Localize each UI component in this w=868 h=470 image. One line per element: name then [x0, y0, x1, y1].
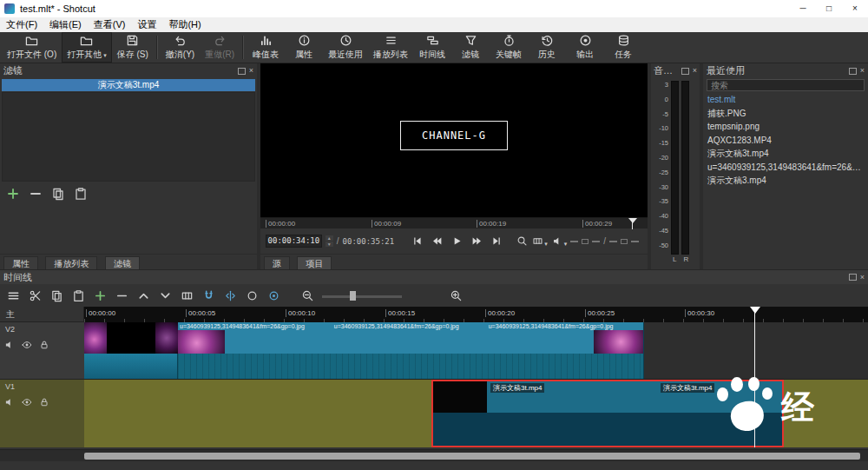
filters-list[interactable]	[2, 92, 255, 182]
snap-toggle-button[interactable]	[201, 288, 216, 303]
overwrite-button[interactable]	[158, 288, 173, 303]
float-panel-icon[interactable]	[681, 68, 689, 75]
close-panel-icon[interactable]: ×	[860, 67, 865, 75]
menu-settings[interactable]: 设置	[131, 17, 162, 32]
close-panel-icon[interactable]: ×	[860, 274, 865, 281]
clip-thumbnail-strip	[84, 322, 177, 354]
track-v2[interactable]: u=3460939125,3149483641&fm=26&gp=0.jpgu=…	[84, 322, 868, 380]
timeline-playhead[interactable]	[754, 307, 755, 447]
recent-item[interactable]: u=3460939125,3149483641&fm=26&gp…	[703, 161, 868, 175]
menu-view[interactable]: 查看(V)	[88, 17, 132, 32]
menu-file[interactable]: 文件(F)	[0, 17, 43, 32]
player-playhead-marker[interactable]	[628, 218, 637, 223]
timeline-menu-button[interactable]	[6, 288, 21, 303]
keyframes-icon	[503, 34, 516, 47]
ripple-button[interactable]	[245, 288, 260, 303]
recent-item[interactable]: 捕获.PNG	[703, 107, 868, 121]
ripple-all-tracks-button[interactable]	[266, 288, 281, 303]
timeline-playhead-marker[interactable]	[750, 307, 760, 314]
recent-item[interactable]: 演示文稿3.mp4	[703, 174, 868, 188]
recent-item[interactable]: 演示文稿3t.mp4	[703, 147, 868, 161]
undo-icon	[174, 34, 187, 47]
track-head-v2[interactable]: V2	[0, 322, 84, 380]
float-panel-icon[interactable]	[849, 68, 857, 75]
mute-button[interactable]	[4, 340, 15, 350]
open-other-button[interactable]: 打开其他▾	[62, 32, 112, 63]
timecode-spin-up[interactable]: ▲	[326, 235, 333, 241]
recent-button[interactable]: 最近使用	[323, 32, 368, 63]
history-button[interactable]: 历史	[528, 32, 566, 63]
menu-edit[interactable]: 编辑(E)	[43, 17, 88, 32]
timeline-ruler-label: 00:00:20	[485, 309, 515, 317]
keyframes-button[interactable]: 关键帧	[490, 32, 528, 63]
peak-meter-button[interactable]: 峰值表	[247, 32, 285, 63]
playlist-button[interactable]: 播放列表	[368, 32, 413, 63]
paste-button[interactable]	[71, 288, 86, 303]
lift-button[interactable]	[136, 288, 151, 303]
zoom-slider[interactable]	[322, 288, 402, 303]
remove-filter-button[interactable]	[29, 187, 43, 201]
grid-button[interactable]: ▾	[532, 235, 548, 247]
recent-panel-title: 最近使用	[707, 64, 745, 77]
paste-filters-button[interactable]	[74, 187, 88, 201]
close-button[interactable]: ×	[842, 0, 868, 17]
minimize-button[interactable]: ─	[790, 0, 816, 17]
undo-button[interactable]: 撤消(Y)	[161, 32, 200, 63]
zoom-slider-handle[interactable]	[350, 291, 356, 301]
recent-item[interactable]: tempsnip.png	[703, 120, 868, 134]
float-panel-icon[interactable]	[238, 68, 246, 75]
rewind-button[interactable]	[428, 234, 446, 248]
float-panel-icon[interactable]	[849, 274, 857, 281]
properties-button[interactable]: 属性	[285, 32, 323, 63]
maximize-button[interactable]: □	[816, 0, 842, 17]
clip-v2-1[interactable]	[84, 322, 178, 379]
split-button[interactable]	[180, 288, 194, 303]
search-input[interactable]	[707, 79, 865, 91]
clip-v1-selected[interactable]: 演示文稿3t.mp4 演示文稿3t.mp4	[431, 380, 784, 447]
zoom-out-button[interactable]	[300, 288, 315, 303]
recent-item[interactable]: AQXC1283.MP4	[703, 134, 868, 148]
hide-button[interactable]	[22, 397, 32, 407]
mute-button[interactable]	[4, 397, 15, 407]
master-track-head[interactable]: 主	[0, 307, 83, 322]
timeline-button[interactable]: 时间线	[413, 32, 451, 63]
volume-button[interactable]: ▾	[552, 235, 568, 247]
clip-thumbnail	[178, 330, 225, 354]
timeline-horizontal-scrollbar[interactable]	[0, 449, 868, 461]
clip-v2-2[interactable]: u=3460939125,3149483641&fm=26&gp=0.jpgu=…	[178, 322, 644, 379]
redo-button[interactable]: 重做(R)	[200, 32, 240, 63]
position-timecode[interactable]: 00:00:34:10	[266, 235, 322, 248]
player-zoom-button[interactable]	[516, 235, 528, 247]
skip-to-start-button[interactable]	[408, 234, 426, 248]
ripple-delete-button[interactable]	[115, 288, 129, 303]
open-file-button[interactable]: 打开文件 (O)	[2, 32, 62, 63]
add-filter-button[interactable]	[6, 187, 20, 201]
play-button[interactable]	[448, 234, 466, 248]
skip-to-end-button[interactable]	[488, 234, 506, 248]
copy-button[interactable]	[49, 288, 64, 303]
scrollbar-handle[interactable]	[84, 453, 860, 460]
meter-bar-left	[671, 81, 679, 255]
cut-button[interactable]	[28, 288, 43, 303]
filters-current-clip[interactable]: 演示文稿3t.mp4	[2, 79, 255, 91]
track-v1-current[interactable]: 演示文稿3t.mp4 演示文稿3t.mp4	[84, 380, 868, 447]
lock-button[interactable]	[39, 340, 49, 350]
scrub-while-dragging-button[interactable]	[223, 288, 238, 303]
close-panel-icon[interactable]: ×	[693, 67, 697, 75]
export-button[interactable]: 输出	[566, 32, 604, 63]
timecode-spin-down[interactable]: ▼	[326, 242, 333, 247]
hide-button[interactable]	[22, 340, 32, 350]
recent-item[interactable]: test.mlt	[703, 93, 868, 107]
menu-help[interactable]: 帮助(H)	[162, 17, 207, 32]
lock-button[interactable]	[39, 397, 49, 407]
player-scrub-ruler[interactable]: 00:00:00 00:00:09 00:00:19 00:00:29	[260, 217, 648, 228]
append-button[interactable]	[93, 288, 108, 303]
jobs-button[interactable]: 任务	[604, 32, 642, 63]
save-button[interactable]: 保存 (S)	[112, 32, 154, 63]
track-head-v1[interactable]: V1	[0, 380, 84, 447]
close-panel-icon[interactable]: ×	[249, 67, 253, 75]
fast-forward-button[interactable]	[468, 234, 486, 248]
zoom-in-button[interactable]	[449, 288, 464, 303]
copy-filters-button[interactable]	[51, 187, 65, 201]
filters-button[interactable]: 滤镜	[451, 32, 490, 63]
